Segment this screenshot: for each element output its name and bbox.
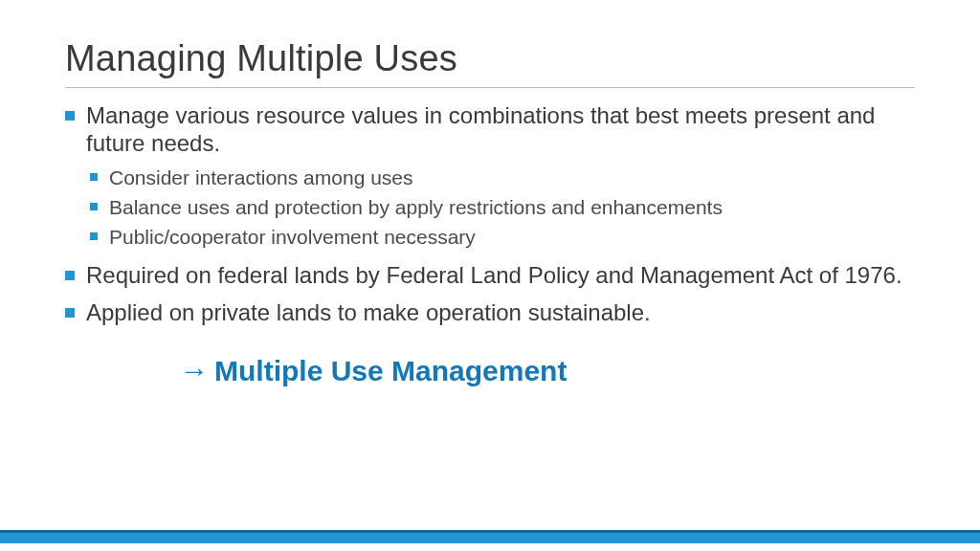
list-item: Consider interactions among uses (90, 164, 915, 191)
sub-bullet-list: Consider interactions among uses Balance… (86, 164, 915, 252)
bullet-text: Public/cooperator involvement necessary (109, 226, 476, 248)
list-item: Applied on private lands to make operati… (65, 298, 915, 326)
bullet-list: Manage various resource values in combin… (65, 101, 915, 326)
bullet-text: Applied on private lands to make operati… (86, 299, 651, 325)
bullet-text: Required on federal lands by Federal Lan… (86, 262, 902, 288)
bullet-text: Manage various resource values in combin… (86, 102, 875, 156)
list-item: Balance uses and protection by apply res… (90, 193, 915, 221)
list-item: Manage various resource values in combin… (65, 101, 915, 252)
list-item: Public/cooperator involvement necessary (90, 223, 915, 251)
callout-text: Multiple Use Management (214, 355, 567, 386)
bullet-text: Balance uses and protection by apply res… (109, 196, 723, 218)
slide-title: Managing Multiple Uses (65, 38, 915, 79)
footer-accent-bar (0, 530, 980, 543)
list-item: Required on federal lands by Federal Lan… (65, 261, 915, 289)
title-divider (65, 87, 915, 88)
callout-heading: →Multiple Use Management (180, 355, 915, 387)
slide-body: Managing Multiple Uses Manage various re… (0, 0, 980, 387)
bullet-text: Consider interactions among uses (109, 166, 413, 188)
arrow-right-icon: → (180, 355, 209, 387)
